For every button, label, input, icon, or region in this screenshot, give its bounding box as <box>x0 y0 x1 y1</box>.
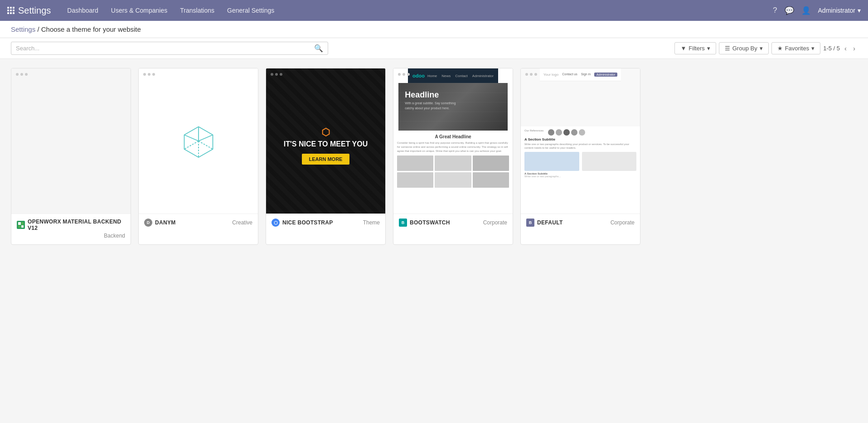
themes-grid: OPENWORX MATERIAL BACKEND V12 Backend <box>0 59 868 254</box>
theme-type-bootswatch: Corporate <box>483 219 507 226</box>
card-footer-openworx: OPENWORX MATERIAL BACKEND V12 Backend <box>11 214 131 244</box>
odoo-section: A Great Headline <box>397 134 509 139</box>
card-footer-danym: D DANYM Creative <box>139 214 258 233</box>
theme-card-default[interactable]: Your logo Contact us Sign in Administrat… <box>520 68 640 245</box>
card-name-row-danym: D DANYM Creative <box>144 219 252 227</box>
theme-type-nice-bootstrap: Theme <box>363 219 380 226</box>
theme-icon-openworx <box>17 221 25 229</box>
card-footer-default: B DEFAULT Corporate <box>521 214 640 233</box>
menu-translations[interactable]: Translations <box>175 0 220 21</box>
user-name: Administrator <box>818 7 855 14</box>
search-bar: 🔍 <box>11 42 328 55</box>
cube-icon <box>178 121 219 161</box>
topnav-right: ? 💬 👤 Administrator ▾ <box>773 6 861 15</box>
theme-icon-bootswatch: B <box>399 219 407 227</box>
filters-label: Filters <box>689 45 704 52</box>
dark-headline: IT'S NICE TO MEET YOU <box>284 140 368 148</box>
page-header: Settings / Choose a theme for your websi… <box>0 21 868 38</box>
card-name-row: OPENWORX MATERIAL BACKEND V12 <box>17 219 125 231</box>
card-name-row-nice-bootstrap: ⬡ NICE BOOTSTRAP Theme <box>272 219 380 227</box>
filter-icon: ▼ <box>680 45 686 52</box>
theme-icon-danym: D <box>144 219 152 227</box>
dark-cta: LEARN MORE <box>302 154 350 165</box>
theme-type-default: Corporate <box>611 219 635 226</box>
card-dots-bootswatch <box>398 73 410 76</box>
favorites-icon: ★ <box>777 45 783 52</box>
theme-card-bootswatch[interactable]: odoo Home News Contact Administrator Hea… <box>393 68 513 245</box>
pagination-prev[interactable]: ‹ <box>843 44 849 53</box>
waffle-icon <box>7 7 15 14</box>
card-footer-bootswatch: B BOOTSWATCH Corporate <box>393 214 513 233</box>
favorites-label: Favorites <box>785 45 809 52</box>
user-dropdown-icon: ▾ <box>858 7 861 14</box>
card-preview-openworx <box>11 68 131 214</box>
card-name-row-bootswatch: B BOOTSWATCH Corporate <box>399 219 507 227</box>
group-by-dropdown-icon: ▾ <box>760 45 763 52</box>
theme-card-nice-bootstrap[interactable]: ⬡ ⬡ IT'S NICE TO MEET YOU LEARN MORE <box>266 68 386 245</box>
theme-card-danym[interactable]: D DANYM Creative <box>138 68 258 245</box>
odoo-hero-text: Headline <box>405 90 501 100</box>
search-icon: 🔍 <box>314 44 323 53</box>
top-navigation: Settings Dashboard Users & Companies Tra… <box>0 0 868 21</box>
theme-type-openworx: Backend <box>104 233 125 239</box>
theme-type-danym: Creative <box>232 219 252 226</box>
theme-icon-default: B <box>526 219 534 227</box>
help-icon[interactable]: ? <box>773 6 777 15</box>
toolbar: 🔍 ▼ Filters ▾ ☰ Group By ▾ ★ Favorites ▾… <box>0 38 868 59</box>
menu-dashboard[interactable]: Dashboard <box>62 0 104 21</box>
group-by-icon: ☰ <box>725 45 730 52</box>
card-preview-default: Your logo Contact us Sign in Administrat… <box>521 68 640 214</box>
odoo-para: Consider being a spirit has find any pur… <box>397 141 509 153</box>
theme-name-nice-bootstrap: NICE BOOTSTRAP <box>282 219 333 226</box>
theme-name-danym: DANYM <box>155 219 176 226</box>
pagination-text: 1-5 / 5 <box>823 45 840 52</box>
card-dots-default <box>525 73 537 76</box>
theme-name-default: DEFAULT <box>537 219 563 226</box>
filters-button[interactable]: ▼ Filters ▾ <box>674 42 716 54</box>
pagination-next[interactable]: › <box>851 44 857 53</box>
group-by-label: Group By <box>732 45 757 52</box>
toolbar-left: 🔍 <box>11 42 671 55</box>
card-preview-bootswatch: odoo Home News Contact Administrator Hea… <box>393 68 513 214</box>
card-name-row-default: B DEFAULT Corporate <box>526 219 635 227</box>
card-preview-danym <box>139 68 258 214</box>
breadcrumb-parent[interactable]: Settings <box>11 25 35 33</box>
toolbar-actions: ▼ Filters ▾ ☰ Group By ▾ ★ Favorites ▾ 1… <box>674 42 857 54</box>
app-brand[interactable]: Settings <box>7 5 51 16</box>
chat-icon[interactable]: 💬 <box>785 6 794 15</box>
filters-dropdown-icon: ▾ <box>707 45 710 52</box>
menu-users-companies[interactable]: Users & Companies <box>106 0 173 21</box>
favorites-dropdown-icon: ▾ <box>811 45 815 52</box>
pagination-info: 1-5 / 5 ‹ › <box>823 44 857 53</box>
odoo-hero-sub: With a great subtitle. Say something cat… <box>405 101 458 111</box>
def-logo: Your logo <box>543 73 559 77</box>
card-footer-nice-bootstrap: ⬡ NICE BOOTSTRAP Theme <box>266 214 385 233</box>
card-dots <box>16 73 28 76</box>
odoo-logo: odoo <box>412 73 425 78</box>
search-input[interactable] <box>16 45 314 52</box>
theme-icon-nice-bootstrap: ⬡ <box>272 219 280 227</box>
group-by-button[interactable]: ☰ Group By ▾ <box>719 42 769 54</box>
theme-card-openworx[interactable]: OPENWORX MATERIAL BACKEND V12 Backend <box>11 68 131 245</box>
theme-name-openworx: OPENWORX MATERIAL BACKEND V12 <box>28 219 125 231</box>
theme-name-bootswatch: BOOTSWATCH <box>410 219 450 226</box>
breadcrumb-separator: / <box>37 25 41 33</box>
breadcrumb: Settings / Choose a theme for your websi… <box>11 25 141 33</box>
dark-preview-inner: ⬡ ⬡ IT'S NICE TO MEET YOU LEARN MORE <box>266 68 385 214</box>
card-dots-nice-bootstrap <box>271 73 282 76</box>
favorites-button[interactable]: ★ Favorites ▾ <box>771 42 820 54</box>
card-dots-danym <box>143 73 155 76</box>
user-icon: 👤 <box>801 6 811 15</box>
breadcrumb-current: Choose a theme for your website <box>41 25 141 33</box>
app-title: Settings <box>18 5 51 16</box>
main-menu: Dashboard Users & Companies Translations… <box>62 0 773 21</box>
menu-general-settings[interactable]: General Settings <box>222 0 280 21</box>
card-preview-nice-bootstrap: ⬡ ⬡ IT'S NICE TO MEET YOU LEARN MORE <box>266 68 385 214</box>
user-menu[interactable]: Administrator ▾ <box>818 7 861 14</box>
